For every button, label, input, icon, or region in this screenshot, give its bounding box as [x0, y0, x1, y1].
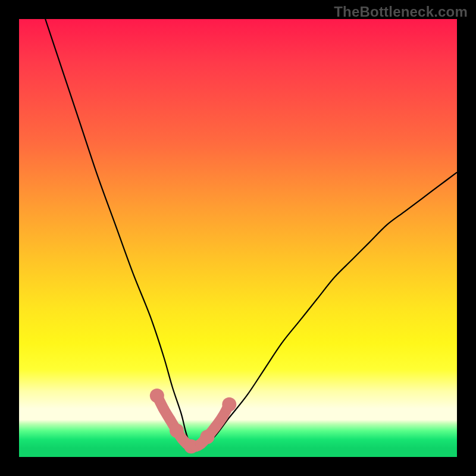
- curve-black: [45, 19, 457, 449]
- pink-marker: [210, 422, 221, 433]
- pink-marker: [158, 403, 169, 414]
- chart-frame: TheBottleneck.com: [0, 0, 476, 476]
- plot-area: [19, 19, 457, 457]
- pink-marker: [200, 430, 214, 444]
- watermark-text: TheBottleneck.com: [334, 4, 468, 20]
- chart-svg: [19, 19, 457, 457]
- markers-pink: [150, 389, 236, 453]
- pink-marker: [165, 414, 176, 425]
- pink-marker: [222, 397, 236, 412]
- pink-marker: [150, 389, 164, 403]
- pink-marker: [217, 411, 228, 422]
